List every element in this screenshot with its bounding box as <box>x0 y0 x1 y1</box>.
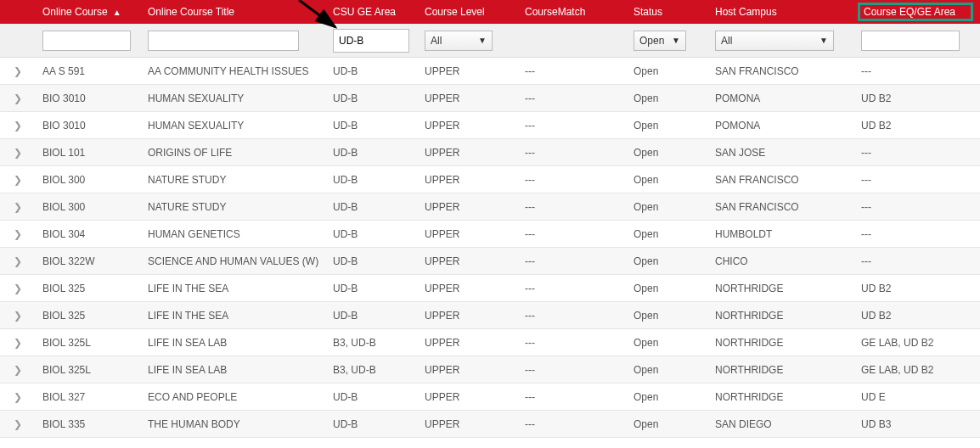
header-status[interactable]: Status <box>630 6 712 18</box>
table-row: ❯BIOL 101ORIGINS OF LIFEUD-BUPPER---Open… <box>0 139 980 166</box>
cell-ge: UD-B <box>329 120 421 132</box>
expand-cell: ❯ <box>0 174 36 186</box>
filter-level-select[interactable]: All ▼ <box>425 31 493 51</box>
header-course-level[interactable]: Course Level <box>421 6 521 18</box>
select-value: All <box>431 35 442 47</box>
cell-eq: UD B2 <box>858 120 973 132</box>
chevron-right-icon[interactable]: ❯ <box>14 364 22 376</box>
filter-status-cell: Open ▼ <box>630 31 712 51</box>
cell-status: Open <box>630 310 712 322</box>
cell-level: UPPER <box>421 201 521 213</box>
cell-eq: --- <box>858 147 973 159</box>
filter-row: All ▼ Open ▼ All ▼ <box>0 24 980 58</box>
cell-ge: UD-B <box>329 174 421 186</box>
cell-ge: UD-B <box>329 255 421 267</box>
chevron-down-icon: ▼ <box>672 36 680 45</box>
cell-match: --- <box>521 65 630 77</box>
cell-course: BIOL 325 <box>36 310 144 322</box>
cell-ge: UD-B <box>329 418 421 430</box>
chevron-right-icon[interactable]: ❯ <box>14 147 22 159</box>
chevron-right-icon[interactable]: ❯ <box>14 228 22 240</box>
header-course-title[interactable]: Online Course Title <box>144 6 329 18</box>
filter-status-select[interactable]: Open ▼ <box>634 31 686 51</box>
cell-match: --- <box>521 391 630 403</box>
cell-host: HUMBOLDT <box>712 228 858 240</box>
cell-level: UPPER <box>421 174 521 186</box>
cell-status: Open <box>630 418 712 430</box>
table-row: ❯AA S 591AA COMMUNITY HEALTH ISSUESUD-BU… <box>0 58 980 85</box>
cell-match: --- <box>521 201 630 213</box>
cell-match: --- <box>521 418 630 430</box>
chevron-right-icon[interactable]: ❯ <box>14 174 22 186</box>
cell-title: THE HUMAN BODY <box>144 418 329 430</box>
header-ge-area[interactable]: CSU GE Area <box>329 6 421 18</box>
cell-level: UPPER <box>421 310 521 322</box>
filter-host-select[interactable]: All ▼ <box>715 31 834 51</box>
cell-title: HUMAN SEXUALITY <box>144 92 329 104</box>
chevron-right-icon[interactable]: ❯ <box>14 65 22 77</box>
cell-level: UPPER <box>421 364 521 376</box>
chevron-right-icon[interactable]: ❯ <box>14 92 22 104</box>
cell-host: SAN FRANCISCO <box>712 174 858 186</box>
select-value: All <box>721 35 732 47</box>
chevron-right-icon[interactable]: ❯ <box>14 283 22 294</box>
cell-host: POMONA <box>712 120 858 132</box>
table-row: ❯BIOL 335THE HUMAN BODYUD-BUPPER---OpenS… <box>0 411 980 438</box>
chevron-right-icon[interactable]: ❯ <box>14 391 22 403</box>
cell-eq: --- <box>858 228 973 240</box>
filter-eq-input[interactable] <box>861 31 960 51</box>
cell-eq: UD B2 <box>858 283 973 294</box>
cell-level: UPPER <box>421 283 521 294</box>
cell-course: BIOL 322W <box>36 255 144 267</box>
chevron-right-icon[interactable]: ❯ <box>14 255 22 267</box>
cell-course: BIOL 327 <box>36 391 144 403</box>
cell-title: NATURE STUDY <box>144 174 329 186</box>
cell-course: BIO 3010 <box>36 120 144 132</box>
filter-title-input[interactable] <box>148 31 299 51</box>
expand-cell: ❯ <box>0 283 36 294</box>
header-eq-ge-area[interactable]: Course EQ/GE Area <box>858 3 973 21</box>
cell-host: CHICO <box>712 255 858 267</box>
cell-level: UPPER <box>421 418 521 430</box>
table-row: ❯BIOL 325LIFE IN THE SEAUD-BUPPER---Open… <box>0 302 980 329</box>
filter-ge-input[interactable] <box>333 29 409 53</box>
header-host-campus[interactable]: Host Campus <box>712 6 858 18</box>
cell-eq: UD B2 <box>858 310 973 322</box>
header-label: CSU GE Area <box>333 6 396 18</box>
cell-ge: B3, UD-B <box>329 337 421 349</box>
filter-eq-cell <box>858 31 973 51</box>
cell-course: BIOL 300 <box>36 174 144 186</box>
course-table: Online Course ▲ Online Course Title CSU … <box>0 0 980 438</box>
cell-eq: UD B3 <box>858 418 973 430</box>
cell-status: Open <box>630 147 712 159</box>
filter-course-input[interactable] <box>42 31 131 51</box>
chevron-right-icon[interactable]: ❯ <box>14 418 22 430</box>
cell-eq: --- <box>858 65 973 77</box>
expand-cell: ❯ <box>0 418 36 430</box>
table-row: ❯BIOL 304HUMAN GENETICSUD-BUPPER---OpenH… <box>0 221 980 248</box>
cell-match: --- <box>521 228 630 240</box>
cell-host: POMONA <box>712 92 858 104</box>
table-row: ❯BIO 3010HUMAN SEXUALITYUD-BUPPER---Open… <box>0 112 980 139</box>
expand-cell: ❯ <box>0 92 36 104</box>
filter-ge-cell <box>329 29 421 53</box>
header-online-course[interactable]: Online Course ▲ <box>36 6 144 18</box>
cell-match: --- <box>521 255 630 267</box>
cell-status: Open <box>630 255 712 267</box>
cell-title: LIFE IN THE SEA <box>144 310 329 322</box>
header-course-match[interactable]: CourseMatch <box>521 6 630 18</box>
cell-match: --- <box>521 283 630 294</box>
chevron-right-icon[interactable]: ❯ <box>14 201 22 213</box>
cell-status: Open <box>630 201 712 213</box>
cell-title: SCIENCE AND HUMAN VALUES (W) <box>144 255 329 267</box>
cell-ge: UD-B <box>329 310 421 322</box>
cell-title: ECO AND PEOPLE <box>144 391 329 403</box>
chevron-right-icon[interactable]: ❯ <box>14 310 22 322</box>
cell-level: UPPER <box>421 65 521 77</box>
cell-level: UPPER <box>421 228 521 240</box>
chevron-right-icon[interactable]: ❯ <box>14 120 22 132</box>
chevron-right-icon[interactable]: ❯ <box>14 337 22 349</box>
cell-eq: --- <box>858 201 973 213</box>
cell-course: BIOL 325 <box>36 283 144 294</box>
filter-course-cell <box>36 31 144 51</box>
